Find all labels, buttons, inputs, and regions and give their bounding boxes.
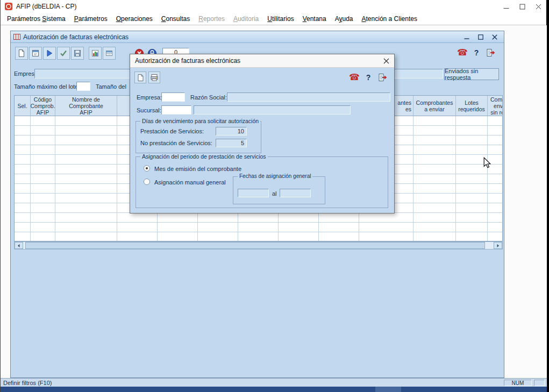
radio-mes-emision-label: Mes de emisión del comprobante [154, 166, 241, 172]
child-titlebar[interactable]: Autorización de facturas electrónicas [11, 31, 504, 43]
fechas-group: Fechas de asignación general al [233, 176, 325, 204]
table-header-cell[interactable]: CódigoComprob.AFIP [31, 96, 55, 116]
prestacion-label: Prestación de Servicios: [140, 128, 204, 134]
razon-social-field [227, 92, 390, 102]
properties-button[interactable] [29, 47, 42, 60]
menubar: Parámetros SistemaParámetrosOperacionesC… [1, 13, 546, 25]
vencimiento-legend: Días de vencimiento para solicitar autor… [140, 118, 260, 124]
dialog-empresa-field[interactable] [161, 92, 185, 102]
child-maximize-button[interactable] [476, 33, 485, 41]
table-header-cell[interactable]: Sel. [15, 96, 31, 116]
menu-item[interactable]: Parámetros Sistema [3, 13, 70, 24]
table-header-cell[interactable]: Comprobantesa enviar [413, 96, 456, 116]
status-text: Definir filtros (F10) [3, 380, 52, 386]
dialog-title: Autorización de facturas electrónicas [135, 57, 240, 65]
dialog-empresa-label: Empresa: [137, 94, 162, 101]
dialog-help-button[interactable]: ? [362, 72, 374, 83]
fechas-legend: Fechas de asignación general [238, 173, 312, 179]
save-button[interactable] [71, 47, 84, 60]
help-button[interactable]: ? [470, 47, 482, 59]
exit-icon [486, 48, 495, 58]
dialog-titlebar[interactable]: Autorización de facturas electrónicas [130, 54, 394, 68]
dialog-exit-button[interactable] [376, 72, 388, 83]
table-header-cell[interactable]: Lotesrequeridos [456, 96, 488, 116]
help-icon: ? [474, 48, 479, 57]
exit-button[interactable] [484, 47, 496, 59]
no-prestacion-label: No prestación de Servicios: [140, 140, 212, 146]
column-separator [30, 116, 31, 241]
menu-item[interactable]: Parámetros [70, 13, 112, 24]
table-header-cell[interactable]: Comprobaenviadosin respue [488, 96, 503, 116]
check-icon [59, 49, 68, 58]
window-title: AFIP (dbELDIA - CP) [16, 3, 76, 10]
confirm-button[interactable] [57, 47, 70, 60]
sucursal-name-field [194, 105, 351, 115]
menu-item: Reportes [194, 13, 229, 24]
run-icon [45, 49, 54, 58]
column-separator [55, 116, 55, 241]
new-document-icon [17, 49, 26, 58]
mdi-area: Autorización de facturas electrónicas [1, 25, 547, 378]
horizontal-scrollbar[interactable] [14, 241, 503, 250]
dialog-print-button[interactable] [148, 72, 160, 83]
tamano-lote-field[interactable] [76, 82, 90, 91]
child-window-title: Autorización de facturas electrónicas [23, 33, 129, 41]
app-icon [4, 2, 13, 11]
minimize-button[interactable] [498, 0, 514, 13]
fecha-hasta-field [280, 189, 311, 197]
num-lock-indicator: NUM [504, 380, 532, 386]
sucursal-field[interactable] [161, 105, 191, 115]
menu-item[interactable]: Consultas [157, 13, 194, 24]
fecha-desde-field [238, 189, 269, 197]
dialog-close-button[interactable] [378, 54, 394, 67]
radio-mes-emision[interactable] [144, 165, 150, 172]
column-separator [455, 116, 456, 241]
al-label: al [272, 190, 277, 197]
scroll-right-button[interactable] [494, 242, 502, 249]
bar-columns-icon [91, 49, 99, 58]
scroll-left-button[interactable] [15, 242, 23, 249]
phone-icon: ☎ [457, 48, 468, 57]
maximize-button[interactable] [514, 0, 530, 13]
menu-item[interactable]: Operaciones [112, 13, 157, 24]
lots-button[interactable] [89, 47, 102, 60]
save-icon [73, 49, 82, 58]
enviados-sin-respuesta-button[interactable]: Enviados sin respuesta [444, 68, 499, 80]
menu-item[interactable]: Utilitarios [263, 13, 298, 24]
new-record-button[interactable] [15, 47, 28, 60]
new-document-icon [137, 74, 145, 82]
column-separator [117, 116, 117, 241]
grid-button[interactable] [103, 47, 116, 60]
close-button[interactable] [530, 0, 546, 13]
column-separator [487, 116, 488, 241]
menu-item[interactable]: Atención a Clientes [358, 13, 422, 24]
statusbar: Definir filtros (F10) NUM [1, 378, 547, 387]
razon-social-label: Razón Social: [190, 94, 227, 101]
no-prestacion-value-field[interactable]: 5 [216, 139, 247, 147]
child-minimize-button[interactable] [462, 33, 471, 41]
asignacion-group: Asignación del periodo de prestación de … [136, 156, 388, 208]
phone-icon: ☎ [349, 73, 360, 82]
prestacion-value-field[interactable]: 10 [216, 127, 247, 136]
child-window-icon [13, 33, 20, 40]
titlebar[interactable]: AFIP (dbELDIA - CP) [1, 0, 546, 13]
mouse-cursor [483, 157, 491, 169]
sucursal-label: Sucursal: [137, 107, 161, 113]
support-button[interactable]: ☎ [457, 47, 468, 59]
menu-item[interactable]: Ayuda [331, 13, 358, 24]
dialog-new-button[interactable] [134, 72, 146, 83]
tamano-partial-label: Tamaño del [96, 83, 126, 90]
authorization-dialog: Autorización de facturas electrónicas ☎ … [130, 54, 395, 213]
printer-icon [150, 73, 159, 82]
scrollbar-thumb[interactable] [25, 242, 485, 249]
table-header-cell[interactable]: Nombre deComprobanteAFIP [55, 96, 117, 116]
child-close-button[interactable] [490, 33, 499, 41]
run-button[interactable] [43, 47, 56, 60]
vencimiento-group: Días de vencimiento para solicitar autor… [136, 121, 261, 153]
radio-asignacion-manual[interactable] [144, 179, 150, 185]
menu-item[interactable]: Ventana [298, 13, 331, 24]
taskbar-segment [375, 387, 401, 392]
grid-table-icon [105, 49, 113, 58]
dialog-support-button[interactable]: ☎ [348, 72, 360, 83]
status-empty-panel [534, 380, 545, 386]
